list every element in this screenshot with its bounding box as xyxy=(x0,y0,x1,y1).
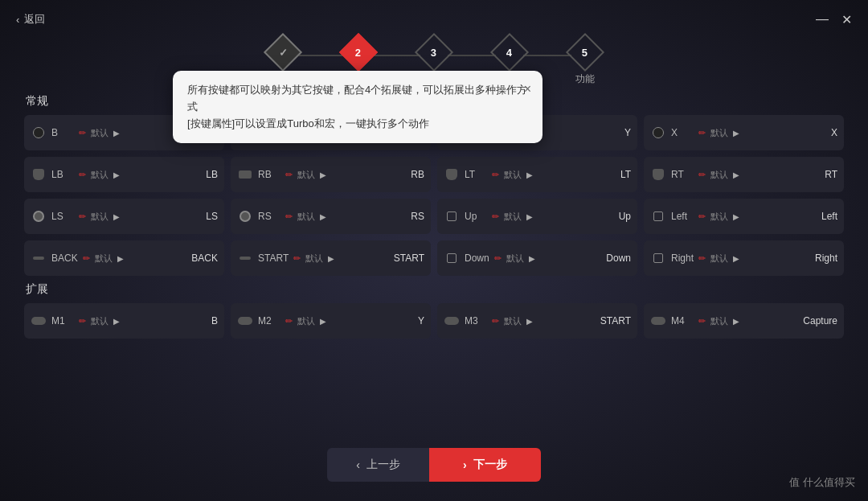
back-label: 返回 xyxy=(24,12,45,27)
start-edit-icon[interactable]: ✏ xyxy=(293,253,301,264)
b-arrow-icon[interactable]: ▶ xyxy=(113,129,120,138)
rs-icon xyxy=(237,208,253,224)
bottom-nav: ‹ 上一步 › 下一步 xyxy=(0,448,868,482)
m3-default-label[interactable]: 默认 xyxy=(504,315,522,327)
ls-arrow-icon[interactable]: ▶ xyxy=(113,212,120,221)
rs-mapped-val: RS xyxy=(392,211,424,222)
lb-edit-icon[interactable]: ✏ xyxy=(79,170,86,180)
m4-arrow-icon[interactable]: ▶ xyxy=(733,317,739,326)
m3-edit-icon[interactable]: ✏ xyxy=(492,316,499,326)
x-arrow-icon[interactable]: ▶ xyxy=(733,129,739,138)
rt-mapped-val: RT xyxy=(805,169,837,180)
x-default-label[interactable]: 默认 xyxy=(710,127,728,139)
rb-edit-icon[interactable]: ✏ xyxy=(285,170,293,180)
rt-edit-icon[interactable]: ✏ xyxy=(698,170,706,180)
start-default-label[interactable]: 默认 xyxy=(305,253,323,265)
rb-icon xyxy=(237,166,253,183)
down-label: Down xyxy=(465,253,489,264)
next-icon: › xyxy=(463,458,467,471)
step-3-icon: 3 xyxy=(431,46,436,58)
b-edit-icon[interactable]: ✏ xyxy=(79,128,86,138)
m2-edit-icon[interactable]: ✏ xyxy=(285,316,293,326)
step-4-icon: 4 xyxy=(506,46,512,58)
step-3-diamond: 3 xyxy=(415,33,453,72)
rb-mapped-val: RB xyxy=(392,169,424,180)
m2-default-label[interactable]: 默认 xyxy=(297,315,315,327)
lb-default-label[interactable]: 默认 xyxy=(91,169,108,181)
rb-default-label[interactable]: 默认 xyxy=(297,169,315,181)
up-arrow-icon[interactable]: ▶ xyxy=(526,212,533,221)
lt-label: LT xyxy=(465,169,487,180)
table-row: Right ✏ 默认 ▶ Right xyxy=(644,240,844,276)
close-button[interactable]: ✕ xyxy=(841,12,852,27)
down-default-label[interactable]: 默认 xyxy=(506,253,524,265)
tooltip-close-button[interactable]: × xyxy=(524,79,531,100)
rs-arrow-icon[interactable]: ▶ xyxy=(320,212,326,221)
extended-grid: M1 ✏ 默认 ▶ B M2 ✏ 默认 ▶ Y M3 ✏ 默认 ▶ START xyxy=(24,303,844,339)
up-edit-icon[interactable]: ✏ xyxy=(492,211,499,222)
rs-default-label[interactable]: 默认 xyxy=(297,211,315,223)
table-row: RT ✏ 默认 ▶ RT xyxy=(644,157,844,192)
left-arrow-icon[interactable]: ▶ xyxy=(733,212,739,221)
table-row: LT ✏ 默认 ▶ LT xyxy=(437,157,637,192)
m2-label: M2 xyxy=(258,315,280,326)
down-arrow-icon[interactable]: ▶ xyxy=(529,254,535,263)
start-mapped-val: START xyxy=(392,253,424,264)
m4-icon xyxy=(650,313,666,329)
lb-arrow-icon[interactable]: ▶ xyxy=(113,170,120,179)
back-button[interactable]: ‹ 返回 xyxy=(16,12,45,27)
m3-arrow-icon[interactable]: ▶ xyxy=(526,317,533,326)
minimize-button[interactable]: — xyxy=(816,12,829,27)
m4-edit-icon[interactable]: ✏ xyxy=(698,316,706,326)
back-key-mapped-val: BACK xyxy=(186,253,218,264)
b-label: B xyxy=(51,127,74,138)
ls-default-label[interactable]: 默认 xyxy=(91,211,108,223)
table-row: RS ✏ 默认 ▶ RS xyxy=(231,199,431,234)
table-row: M1 ✏ 默认 ▶ B xyxy=(24,303,224,339)
lt-arrow-icon[interactable]: ▶ xyxy=(526,170,533,179)
prev-button[interactable]: ‹ 上一步 xyxy=(327,448,429,482)
lt-edit-icon[interactable]: ✏ xyxy=(492,170,499,180)
step-5: 5 功能 xyxy=(571,39,599,86)
right-default-label[interactable]: 默认 xyxy=(710,253,728,265)
rt-default-label[interactable]: 默认 xyxy=(710,169,728,181)
back-key-default-label[interactable]: 默认 xyxy=(95,253,113,265)
ls-edit-icon[interactable]: ✏ xyxy=(79,211,86,222)
rs-edit-icon[interactable]: ✏ xyxy=(285,211,293,222)
x-edit-icon[interactable]: ✏ xyxy=(698,128,706,138)
m1-default-label[interactable]: 默认 xyxy=(91,315,108,327)
back-key-arrow-icon[interactable]: ▶ xyxy=(117,254,124,263)
next-button[interactable]: › 下一步 xyxy=(429,448,541,482)
up-default-label[interactable]: 默认 xyxy=(504,211,522,223)
b-icon xyxy=(31,125,47,141)
ls-mapped-val: LS xyxy=(186,211,218,222)
right-edit-icon[interactable]: ✏ xyxy=(698,253,706,264)
down-edit-icon[interactable]: ✏ xyxy=(494,253,502,264)
m2-icon xyxy=(237,313,253,329)
table-row: Left ✏ 默认 ▶ Left xyxy=(644,199,844,234)
rt-label: RT xyxy=(671,169,694,180)
back-icon: ‹ xyxy=(16,14,19,26)
step-4-diamond: 4 xyxy=(490,33,529,72)
extended-section: 扩展 M1 ✏ 默认 ▶ B M2 ✏ 默认 ▶ Y M3 ✏ xyxy=(24,282,844,339)
rb-arrow-icon[interactable]: ▶ xyxy=(320,170,326,179)
right-arrow-icon[interactable]: ▶ xyxy=(733,254,739,263)
lt-icon xyxy=(444,166,460,183)
m1-arrow-icon[interactable]: ▶ xyxy=(113,317,120,326)
step-connector-4 xyxy=(523,55,571,56)
lb-mapped-val: LB xyxy=(186,169,218,180)
m2-arrow-icon[interactable]: ▶ xyxy=(320,317,326,326)
table-row: Up ✏ 默认 ▶ Up xyxy=(437,199,637,234)
table-row: Down ✏ 默认 ▶ Down xyxy=(437,240,637,276)
back-key-edit-icon[interactable]: ✏ xyxy=(83,253,90,264)
start-arrow-icon[interactable]: ▶ xyxy=(328,254,334,263)
prev-icon: ‹ xyxy=(356,458,360,471)
m1-edit-icon[interactable]: ✏ xyxy=(79,316,86,326)
table-row: M3 ✏ 默认 ▶ START xyxy=(437,303,637,339)
left-default-label[interactable]: 默认 xyxy=(710,211,728,223)
b-default-label[interactable]: 默认 xyxy=(91,127,108,139)
left-edit-icon[interactable]: ✏ xyxy=(698,211,706,222)
m4-default-label[interactable]: 默认 xyxy=(710,315,728,327)
rt-arrow-icon[interactable]: ▶ xyxy=(733,170,739,179)
lt-default-label[interactable]: 默认 xyxy=(504,169,522,181)
